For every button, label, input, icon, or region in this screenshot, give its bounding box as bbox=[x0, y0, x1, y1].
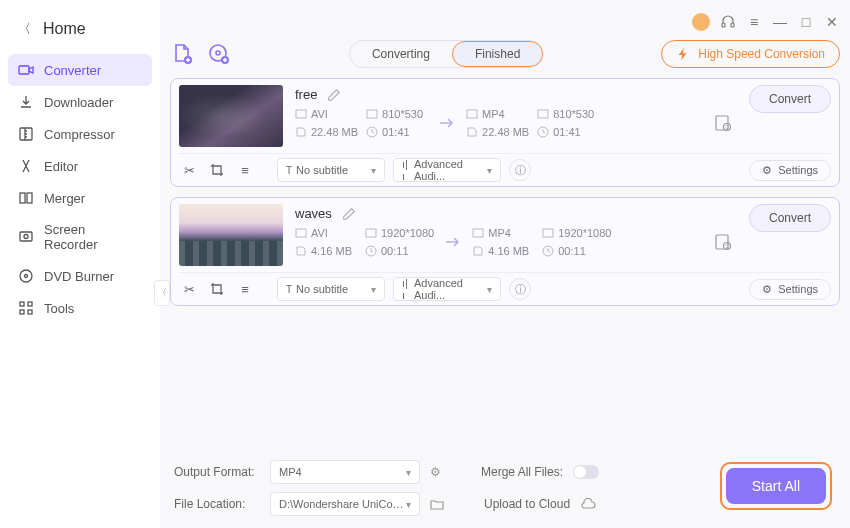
subtitle-select[interactable]: TNo subtitle▾ bbox=[277, 277, 385, 301]
src-format: AVI bbox=[311, 108, 328, 120]
bottom-bar: Output Format: MP4▾ ⚙ Merge All Files: F… bbox=[170, 450, 840, 528]
svg-rect-26 bbox=[296, 229, 306, 237]
svg-rect-2 bbox=[20, 193, 25, 203]
sidebar-item-merger[interactable]: Merger bbox=[8, 182, 152, 214]
converter-icon bbox=[18, 62, 34, 78]
svg-rect-9 bbox=[28, 302, 32, 306]
menu-icon[interactable]: ≡ bbox=[746, 14, 762, 30]
close-icon[interactable]: ✕ bbox=[824, 14, 840, 30]
sidebar-item-label: Merger bbox=[44, 191, 85, 206]
file-card: free AVI 22.48 MB 810*530 01:41 bbox=[170, 78, 840, 187]
file-location-label: File Location: bbox=[174, 497, 260, 511]
sidebar: 〈 Home Converter Downloader Compressor E… bbox=[0, 0, 160, 528]
svg-rect-22 bbox=[538, 110, 548, 118]
sidebar-collapse-button[interactable]: 〈 bbox=[154, 280, 170, 306]
svg-rect-27 bbox=[366, 229, 376, 237]
convert-button[interactable]: Convert bbox=[749, 85, 831, 113]
maximize-icon[interactable]: □ bbox=[798, 14, 814, 30]
edit-title-icon[interactable] bbox=[327, 88, 341, 102]
output-preset-icon[interactable] bbox=[713, 113, 733, 133]
audio-select[interactable]: ı|ıAdvanced Audi...▾ bbox=[393, 277, 501, 301]
editor-icon bbox=[18, 158, 34, 174]
minimize-icon[interactable]: — bbox=[772, 14, 788, 30]
tab-converting[interactable]: Converting bbox=[350, 41, 452, 67]
merge-toggle[interactable] bbox=[573, 465, 599, 479]
svg-point-7 bbox=[25, 275, 28, 278]
svg-rect-29 bbox=[473, 229, 483, 237]
dst-dim: 810*530 bbox=[553, 108, 594, 120]
tab-finished[interactable]: Finished bbox=[452, 41, 543, 67]
high-speed-label: High Speed Conversion bbox=[698, 47, 825, 61]
high-speed-button[interactable]: High Speed Conversion bbox=[661, 40, 840, 68]
home-label: Home bbox=[43, 20, 86, 38]
crop-icon[interactable] bbox=[207, 279, 227, 299]
svg-rect-21 bbox=[467, 110, 477, 118]
settings-button[interactable]: ⚙Settings bbox=[749, 279, 831, 300]
trim-icon[interactable]: ✂ bbox=[179, 279, 199, 299]
effects-icon[interactable]: ≡ bbox=[235, 160, 255, 180]
bolt-icon bbox=[676, 47, 690, 61]
file-location-select[interactable]: D:\Wondershare UniConverter 1▾ bbox=[270, 492, 420, 516]
effects-icon[interactable]: ≡ bbox=[235, 279, 255, 299]
info-button[interactable]: ⓘ bbox=[509, 278, 531, 300]
gear-icon: ⚙ bbox=[762, 164, 772, 177]
dst-format: MP4 bbox=[488, 227, 511, 239]
trim-icon[interactable]: ✂ bbox=[179, 160, 199, 180]
subtitle-value: No subtitle bbox=[296, 164, 348, 176]
svg-rect-0 bbox=[19, 66, 29, 74]
output-format-value: MP4 bbox=[279, 466, 302, 478]
sidebar-item-label: Compressor bbox=[44, 127, 115, 142]
gear-icon: ⚙ bbox=[762, 283, 772, 296]
audio-select[interactable]: ı|ıAdvanced Audi...▾ bbox=[393, 158, 501, 182]
status-tabs: Converting Finished bbox=[349, 40, 544, 68]
convert-button[interactable]: Convert bbox=[749, 204, 831, 232]
compress-icon bbox=[18, 126, 34, 142]
output-format-select[interactable]: MP4▾ bbox=[270, 460, 420, 484]
audio-value: Advanced Audi... bbox=[414, 277, 487, 301]
dst-dur: 00:11 bbox=[558, 245, 586, 257]
info-button[interactable]: ⓘ bbox=[509, 159, 531, 181]
arrow-right-icon bbox=[436, 112, 458, 134]
output-format-label: Output Format: bbox=[174, 465, 260, 479]
edit-title-icon[interactable] bbox=[342, 207, 356, 221]
svg-point-16 bbox=[216, 51, 220, 55]
headset-icon[interactable] bbox=[720, 14, 736, 30]
svg-rect-11 bbox=[28, 310, 32, 314]
svg-rect-13 bbox=[731, 23, 734, 27]
open-folder-icon[interactable] bbox=[430, 497, 444, 511]
settings-label: Settings bbox=[778, 164, 818, 176]
sidebar-item-downloader[interactable]: Downloader bbox=[8, 86, 152, 118]
crop-icon[interactable] bbox=[207, 160, 227, 180]
video-thumbnail[interactable] bbox=[179, 85, 283, 147]
add-file-button[interactable] bbox=[170, 41, 196, 67]
subtitle-value: No subtitle bbox=[296, 283, 348, 295]
sidebar-item-converter[interactable]: Converter bbox=[8, 54, 152, 86]
subtitle-select[interactable]: TNo subtitle▾ bbox=[277, 158, 385, 182]
sidebar-item-label: Downloader bbox=[44, 95, 113, 110]
settings-button[interactable]: ⚙Settings bbox=[749, 160, 831, 181]
svg-point-5 bbox=[24, 235, 28, 239]
download-icon bbox=[18, 94, 34, 110]
svg-rect-3 bbox=[27, 193, 32, 203]
video-thumbnail[interactable] bbox=[179, 204, 283, 266]
merge-label: Merge All Files: bbox=[481, 465, 563, 479]
sidebar-item-compressor[interactable]: Compressor bbox=[8, 118, 152, 150]
cloud-icon[interactable] bbox=[580, 498, 596, 510]
sidebar-item-screen-recorder[interactable]: Screen Recorder bbox=[8, 214, 152, 260]
dst-dim: 1920*1080 bbox=[558, 227, 611, 239]
arrow-right-icon bbox=[442, 231, 464, 253]
svg-rect-12 bbox=[722, 23, 725, 27]
output-preset-icon[interactable] bbox=[713, 232, 733, 252]
home-row[interactable]: 〈 Home bbox=[8, 12, 152, 46]
window-controls: ≡ — □ ✕ bbox=[170, 8, 840, 36]
sidebar-item-editor[interactable]: Editor bbox=[8, 150, 152, 182]
output-settings-icon[interactable]: ⚙ bbox=[430, 465, 441, 479]
sidebar-item-label: Editor bbox=[44, 159, 78, 174]
sidebar-item-dvd-burner[interactable]: DVD Burner bbox=[8, 260, 152, 292]
file-card: waves AVI 4.16 MB 1920*1080 00:11 bbox=[170, 197, 840, 306]
avatar-icon[interactable] bbox=[692, 13, 710, 31]
start-all-button[interactable]: Start All bbox=[726, 468, 826, 504]
tools-icon bbox=[18, 300, 34, 316]
sidebar-item-tools[interactable]: Tools bbox=[8, 292, 152, 324]
add-dvd-button[interactable] bbox=[206, 41, 232, 67]
